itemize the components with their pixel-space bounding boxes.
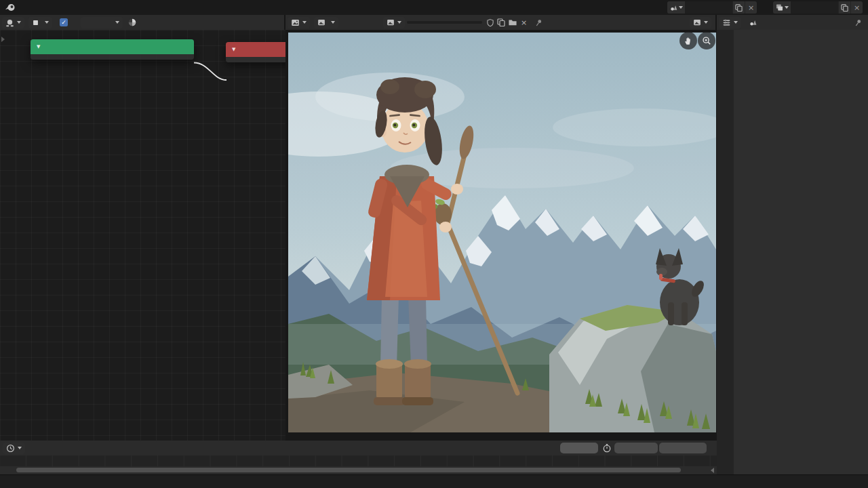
breadcrumb bbox=[749, 18, 761, 26]
editor-type-button[interactable] bbox=[719, 17, 741, 28]
hand-icon bbox=[684, 36, 693, 45]
image-editor-icon bbox=[291, 18, 300, 27]
timeline-ruler[interactable] bbox=[0, 455, 717, 466]
unlink-icon[interactable]: × bbox=[521, 18, 527, 27]
shader-type-dropdown[interactable] bbox=[28, 17, 52, 28]
collapse-triangle-icon[interactable]: ▼ bbox=[232, 47, 235, 52]
timeline-header bbox=[0, 441, 717, 455]
close-icon[interactable]: × bbox=[745, 1, 757, 14]
copy-icon[interactable] bbox=[838, 1, 850, 14]
magnifier-plus-icon bbox=[702, 36, 711, 45]
scene-name[interactable] bbox=[685, 1, 732, 14]
scrollbar-collapse-icon[interactable] bbox=[711, 468, 714, 473]
timeline-scroll-area bbox=[0, 466, 717, 474]
properties-tab-strip bbox=[717, 30, 734, 474]
fake-user-shield-icon[interactable] bbox=[486, 18, 494, 27]
image-editor[interactable] bbox=[285, 30, 717, 441]
unpack-folder-icon[interactable] bbox=[508, 18, 517, 26]
node-header[interactable]: ▼ bbox=[226, 42, 285, 57]
view-layer-icon[interactable] bbox=[773, 1, 791, 14]
node-link-noodle bbox=[0, 30, 285, 441]
pin-icon[interactable] bbox=[535, 18, 543, 27]
shader-editor-icon bbox=[5, 18, 14, 27]
close-icon[interactable]: × bbox=[850, 1, 863, 14]
blender-window: × × bbox=[0, 0, 868, 488]
image-datablock-icon[interactable] bbox=[383, 17, 405, 28]
render-image bbox=[288, 33, 716, 432]
editor-type-button[interactable] bbox=[3, 443, 25, 454]
shader-editor-header: ✓ bbox=[0, 15, 285, 30]
principled-bsdf-node[interactable]: ▼ bbox=[31, 39, 194, 60]
material-sphere-icon[interactable] bbox=[127, 18, 137, 27]
frame-start-field[interactable] bbox=[614, 443, 658, 453]
node-header[interactable]: ▼ bbox=[31, 39, 194, 54]
scene-icon bbox=[749, 18, 757, 26]
stopwatch-icon[interactable] bbox=[602, 443, 612, 453]
scene-icon[interactable] bbox=[667, 1, 685, 14]
view-layer-name[interactable] bbox=[791, 1, 838, 14]
collapse-triangle-icon[interactable]: ▼ bbox=[37, 44, 40, 49]
display-channels-dropdown[interactable] bbox=[690, 17, 711, 28]
properties-header bbox=[717, 15, 868, 30]
image-icon bbox=[317, 18, 326, 26]
properties-panel bbox=[717, 30, 868, 474]
image-editor-header: × bbox=[285, 15, 717, 30]
scene-selector[interactable]: × bbox=[667, 1, 757, 14]
view-layer-selector[interactable]: × bbox=[773, 1, 863, 14]
editor-type-button[interactable] bbox=[2, 17, 24, 28]
frame-end-field[interactable] bbox=[659, 443, 707, 453]
current-frame-field[interactable] bbox=[560, 443, 598, 453]
topbar: × × bbox=[0, 0, 868, 15]
copy-icon[interactable] bbox=[497, 18, 505, 26]
properties-editor-icon bbox=[722, 18, 731, 27]
display-view-dropdown[interactable] bbox=[314, 17, 338, 28]
zoom-button[interactable] bbox=[698, 32, 715, 49]
timeline-editor[interactable] bbox=[0, 441, 717, 474]
blender-logo-icon[interactable] bbox=[5, 3, 16, 12]
shader-node-editor[interactable]: ▼ ▼ bbox=[0, 30, 285, 441]
image-datablock-name[interactable] bbox=[407, 21, 482, 24]
slot-dropdown[interactable] bbox=[81, 17, 123, 28]
editor-type-button[interactable] bbox=[288, 17, 310, 28]
material-output-node[interactable]: ▼ bbox=[226, 42, 285, 62]
clock-icon bbox=[6, 444, 15, 453]
copy-icon[interactable] bbox=[732, 1, 745, 14]
horizontal-scrollbar[interactable] bbox=[16, 468, 681, 472]
object-icon bbox=[32, 19, 39, 26]
status-bar bbox=[0, 474, 868, 488]
pin-icon[interactable] bbox=[854, 18, 863, 27]
properties-content bbox=[734, 30, 868, 474]
use-nodes-checkbox[interactable]: ✓ bbox=[60, 18, 68, 26]
pan-view-button[interactable] bbox=[679, 32, 697, 49]
